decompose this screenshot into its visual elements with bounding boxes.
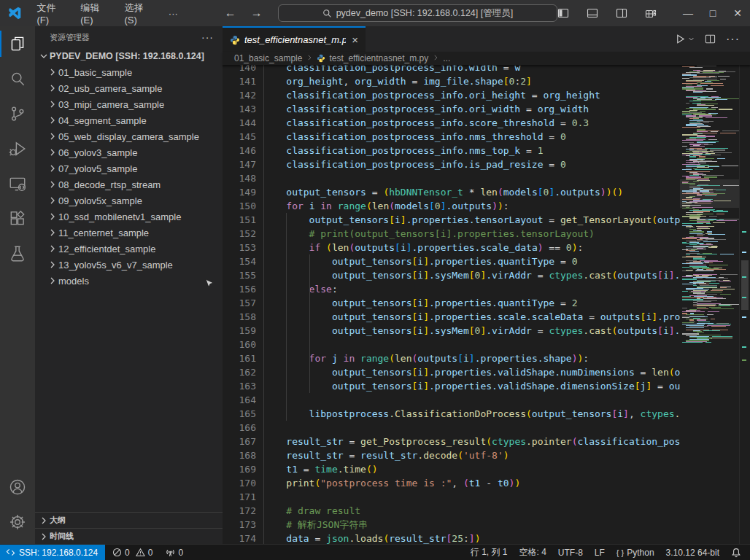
code-line[interactable]: 168 result_str = result_str.decode('utf-… — [223, 448, 680, 462]
code-line[interactable]: 162 output_tensors[i].properties.validSh… — [223, 365, 680, 379]
code-line[interactable]: 173 # 解析JSON字符串 — [223, 518, 680, 532]
code-line[interactable]: 161 for j in range(len(outputs[i].proper… — [223, 351, 680, 365]
tree-item-08_decode_rtsp_stream[interactable]: 08_decode_rtsp_stream — [35, 176, 223, 192]
code-line[interactable]: 155 output_tensors[i].sysMem[0].virAddr … — [223, 268, 680, 282]
eol-sequence[interactable]: LF — [595, 548, 605, 558]
ports-indicator[interactable]: 0 — [166, 548, 183, 558]
customize-layout-icon[interactable] — [645, 7, 657, 19]
code-line[interactable]: 152 # print(output_tensors[i].properties… — [223, 227, 680, 241]
activity-extensions-icon[interactable] — [0, 201, 35, 236]
tree-item-12_efficientdet_sample[interactable]: 12_efficientdet_sample — [35, 241, 223, 257]
tree-root-pydev-demo[interactable]: PYDEV_DEMO [SSH: 192.168.0.124] — [35, 48, 223, 64]
code-line[interactable]: 156 else: — [223, 282, 680, 296]
code-line[interactable]: 146 classification_postprocess_info.nms_… — [223, 144, 680, 158]
code-line[interactable]: 169 t1 = time.time() — [223, 462, 680, 476]
notifications-bell-icon[interactable] — [731, 548, 741, 558]
settings-gear-icon[interactable] — [0, 505, 35, 540]
split-editor-icon[interactable] — [705, 34, 716, 44]
code-line[interactable]: 153 if (len(outputs[i].properties.scale_… — [223, 241, 680, 254]
activity-testing-icon[interactable] — [0, 236, 35, 271]
toggle-panel-icon[interactable] — [587, 7, 598, 19]
indentation[interactable]: 空格: 4 — [519, 546, 546, 559]
accounts-icon[interactable] — [0, 470, 35, 505]
remote-indicator[interactable]: SSH: 192.168.0.124 — [0, 545, 105, 560]
nav-forward-icon[interactable]: → — [249, 7, 265, 20]
activity-run-debug-icon[interactable] — [0, 131, 35, 166]
python-interpreter[interactable]: 3.10.12 64-bit — [666, 548, 719, 558]
toggle-sidebar-icon[interactable] — [557, 7, 569, 19]
code-area[interactable]: 140 classification_postprocess_info.widt… — [223, 65, 750, 544]
code-line[interactable]: 151 output_tensors[i].properties.tensorL… — [223, 213, 680, 227]
tree-item-13_yolov5s_v6_v7_sample[interactable]: 13_yolov5s_v6_v7_sample — [35, 257, 223, 273]
code-line[interactable]: 157 output_tensors[i].properties.quantiT… — [223, 296, 680, 310]
vertical-scrollbar[interactable] — [739, 65, 750, 544]
menu-more[interactable]: ··· — [162, 0, 185, 26]
window-close-button[interactable]: ✕ — [725, 0, 750, 26]
activity-search-icon[interactable] — [0, 61, 35, 96]
code-line[interactable]: 170 print("postprocess time is :", (t1 -… — [223, 476, 680, 490]
code-line[interactable]: 144 classification_postprocess_info.scor… — [223, 116, 680, 130]
code-line[interactable]: 165 libpostprocess.ClassificationDoProce… — [223, 407, 680, 421]
tree-item-04_segment_sample[interactable]: 04_segment_sample — [35, 112, 223, 128]
tree-item-10_ssd_mobilenetv1_sample[interactable]: 10_ssd_mobilenetv1_sample — [35, 209, 223, 225]
code-line[interactable]: 154 output_tensors[i].properties.quantiT… — [223, 254, 680, 268]
tab-close-icon[interactable]: × — [350, 34, 360, 46]
code-line[interactable]: 149 output_tensors = (hbDNNTensor_t * le… — [223, 185, 680, 199]
problems-indicator[interactable]: 0 0 — [112, 548, 152, 558]
tree-item-09_yolov5x_sample[interactable]: 09_yolov5x_sample — [35, 192, 223, 209]
tree-item-02_usb_camera_sample[interactable]: 02_usb_camera_sample — [35, 80, 223, 96]
code-line[interactable]: 163 output_tensors[i].properties.validSh… — [223, 379, 680, 393]
toggle-secondary-sidebar-icon[interactable] — [616, 7, 627, 19]
nav-back-icon[interactable]: ← — [223, 7, 239, 20]
tree-item-07_yolov5_sample[interactable]: 07_yolov5_sample — [35, 160, 223, 176]
tree-item-models[interactable]: models — [35, 273, 223, 289]
menu-file[interactable]: 文件(F) — [31, 0, 74, 26]
chevron-right-icon — [47, 243, 58, 254]
window-maximize-button[interactable]: □ — [700, 0, 725, 26]
code-line[interactable]: 164 — [223, 393, 680, 407]
run-button[interactable] — [675, 34, 695, 44]
code-line[interactable]: 172 # draw result — [223, 504, 680, 518]
minimap[interactable] — [680, 65, 739, 544]
tree-item-01_basic_sample[interactable]: 01_basic_sample — [35, 64, 223, 80]
code-line[interactable]: 166 — [223, 421, 680, 435]
code-line[interactable]: 147 classification_postprocess_info.is_p… — [223, 158, 680, 171]
editor-more-actions-button[interactable]: ··· — [726, 33, 740, 46]
breadcrumb-symbol[interactable]: ... — [443, 53, 450, 63]
timeline-section-header[interactable]: 时间线 — [35, 528, 223, 544]
code-line[interactable]: 145 classification_postprocess_info.nms_… — [223, 130, 680, 144]
code-line[interactable]: 174 data = json.loads(result_str[25:]) — [223, 532, 680, 544]
minimap-slider[interactable] — [680, 179, 739, 208]
tree-item-05_web_display_camera_sample[interactable]: 05_web_display_camera_sample — [35, 128, 223, 144]
language-mode[interactable]: { } Python — [616, 548, 654, 558]
menu-selection[interactable]: 选择(S) — [118, 0, 162, 26]
code-line[interactable]: 167 result_str = get_Postprocess_result(… — [223, 435, 680, 448]
tree-item-03_mipi_camera_sample[interactable]: 03_mipi_camera_sample — [35, 96, 223, 112]
code-line[interactable]: 150 for i in range(len(models[0].outputs… — [223, 199, 680, 213]
code-line[interactable]: 171 — [223, 490, 680, 504]
window-minimize-button[interactable]: — — [676, 0, 700, 26]
code-line[interactable]: 141 org_height, org_width = img_file.sha… — [223, 74, 680, 88]
code-line[interactable]: 142 classification_postprocess_info.ori_… — [223, 88, 680, 102]
code-line[interactable]: 143 classification_postprocess_info.ori_… — [223, 102, 680, 116]
encoding[interactable]: UTF-8 — [558, 548, 583, 558]
activity-source-control-icon[interactable] — [0, 96, 35, 131]
tree-item-11_centernet_sample[interactable]: 11_centernet_sample — [35, 225, 223, 241]
python-file-icon — [230, 35, 240, 45]
command-center[interactable]: pydev_demo [SSH: 192.168.0.124] [管理员] — [278, 4, 557, 22]
menu-edit[interactable]: 编辑(E) — [74, 0, 117, 26]
tree-item-06_yolov3_sample[interactable]: 06_yolov3_sample — [35, 144, 223, 160]
code-line[interactable]: 158 output_tensors[i].properties.scale.s… — [223, 310, 680, 324]
breadcrumb-folder[interactable]: 01_basic_sample — [234, 53, 302, 63]
tab-test-efficientnasnet[interactable]: test_efficientnasnet_m.py × — [223, 26, 366, 52]
outline-section-header[interactable]: 大纲 — [35, 512, 223, 528]
code-line[interactable]: 160 — [223, 338, 680, 351]
code-line[interactable]: 159 output_tensors[i].sysMem[0].virAddr … — [223, 324, 680, 338]
scrollbar-slider[interactable] — [741, 260, 749, 310]
code-line[interactable]: 148 — [223, 171, 680, 185]
activity-explorer-icon[interactable] — [0, 26, 35, 61]
breadcrumb-file[interactable]: test_efficientnasnet_m.py — [329, 53, 428, 63]
sidebar-actions-button[interactable]: ··· — [201, 31, 214, 43]
activity-remote-explorer-icon[interactable] — [0, 166, 35, 201]
cursor-position[interactable]: 行 1, 列 1 — [471, 546, 508, 559]
